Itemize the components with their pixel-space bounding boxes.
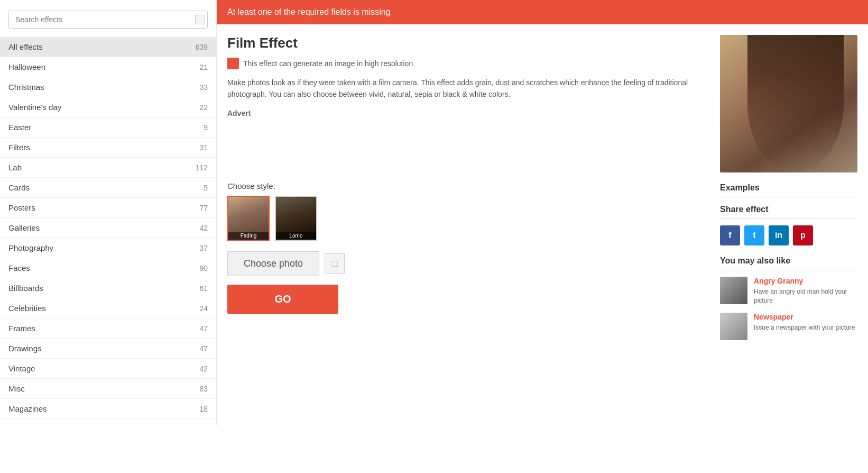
sidebar-items: All effects639Halloween21Christmas33Vale… bbox=[0, 37, 216, 419]
sidebar-item-label: Halloween bbox=[8, 62, 45, 71]
sidebar-item-count: 83 bbox=[199, 385, 208, 393]
sidebar-item-count: 90 bbox=[199, 264, 208, 272]
sidebar-item-misc[interactable]: Misc83 bbox=[0, 379, 216, 399]
share-linkedin-button[interactable]: in bbox=[769, 225, 789, 245]
advert-space bbox=[227, 131, 704, 173]
sidebar-item-lab[interactable]: Lab112 bbox=[0, 158, 216, 178]
sidebar-item-label: Frames bbox=[8, 324, 35, 333]
sidebar-item-label: Christmas bbox=[8, 83, 44, 92]
left-panel: Film Effect This effect can generate an … bbox=[227, 35, 704, 348]
share-buttons: f t in p bbox=[720, 225, 857, 245]
sidebar-item-label: Billboards bbox=[8, 284, 43, 293]
sidebar-item-vintage[interactable]: Vintage42 bbox=[0, 359, 216, 379]
sidebar-item-label: Photography bbox=[8, 243, 53, 252]
sidebar-item-label: Cards bbox=[8, 183, 30, 192]
sidebar-item-christmas[interactable]: Christmas33 bbox=[0, 77, 216, 97]
sidebar-item-drawings[interactable]: Drawings47 bbox=[0, 339, 216, 359]
sidebar-item-count: 24 bbox=[199, 304, 208, 313]
share-facebook-button[interactable]: f bbox=[720, 225, 740, 245]
sidebar-item-label: Lab bbox=[8, 163, 22, 172]
suggestion-thumb bbox=[720, 313, 747, 340]
sidebar-item-count: 42 bbox=[199, 365, 208, 373]
search-icon bbox=[195, 15, 205, 24]
share-label: Share effect bbox=[720, 205, 857, 219]
sidebar-item-label: Celebrities bbox=[8, 304, 46, 313]
suggestion-info: Angry Granny Have an angry old man hold … bbox=[754, 277, 857, 305]
sidebar-item-label: Valentine's day bbox=[8, 103, 61, 112]
choose-photo-button[interactable]: Choose photo bbox=[227, 251, 319, 276]
you-may-also-like-label: You may also like bbox=[720, 256, 857, 270]
choose-photo-row: Choose photo □ bbox=[227, 251, 704, 276]
sidebar-item-count: 22 bbox=[199, 103, 208, 112]
sidebar-item-celebrities[interactable]: Celebrities24 bbox=[0, 298, 216, 319]
sidebar-item-photography[interactable]: Photography37 bbox=[0, 238, 216, 258]
suggestion-desc: Have an angry old man hold your picture bbox=[754, 287, 857, 305]
upload-icon[interactable]: □ bbox=[325, 253, 345, 274]
sidebar-item-count: 47 bbox=[199, 324, 208, 333]
sidebar-item-count: 5 bbox=[204, 184, 208, 192]
sidebar-item-count: 112 bbox=[196, 163, 208, 172]
sidebar-item-count: 639 bbox=[196, 43, 208, 51]
suggestion-title[interactable]: Angry Granny bbox=[754, 277, 857, 285]
sidebar: All effects639Halloween21Christmas33Vale… bbox=[0, 0, 217, 425]
sidebar-item-frames[interactable]: Frames47 bbox=[0, 319, 216, 339]
sidebar-item-label: All effects bbox=[8, 42, 43, 51]
content-area: Film Effect This effect can generate an … bbox=[217, 24, 868, 348]
sidebar-item-easter[interactable]: Easter9 bbox=[0, 117, 216, 138]
sidebar-item-label: Vintage bbox=[8, 364, 35, 373]
sidebar-item-magazines[interactable]: Magazines18 bbox=[0, 399, 216, 419]
suggestion-item: Newspaper Issue a newspaper with your pi… bbox=[720, 313, 857, 340]
effect-description: Make photos look as if they were taken w… bbox=[227, 77, 704, 101]
sidebar-item-count: 31 bbox=[199, 143, 208, 152]
error-text: At least one of the required fields is m… bbox=[227, 7, 391, 16]
sidebar-item-label: Magazines bbox=[8, 404, 47, 413]
sidebar-item-count: 37 bbox=[199, 244, 208, 252]
sidebar-item-count: 42 bbox=[199, 224, 208, 232]
sidebar-item-label: Drawings bbox=[8, 344, 42, 353]
error-banner: At least one of the required fields is m… bbox=[217, 0, 868, 24]
suggestion-title[interactable]: Newspaper bbox=[754, 313, 855, 321]
sidebar-item-label: Misc bbox=[8, 384, 25, 393]
sidebar-item-halloween[interactable]: Halloween21 bbox=[0, 57, 216, 77]
style-thumb-lomo[interactable]: Lomo bbox=[275, 196, 317, 241]
share-pinterest-button[interactable]: p bbox=[793, 225, 813, 245]
suggestion-thumb bbox=[720, 277, 747, 304]
sidebar-item-posters[interactable]: Posters77 bbox=[0, 198, 216, 218]
main-content: At least one of the required fields is m… bbox=[217, 0, 868, 425]
sidebar-item-billboards[interactable]: Billboards61 bbox=[0, 278, 216, 298]
sidebar-item-filters[interactable]: Filters31 bbox=[0, 138, 216, 158]
style-options: Fading Lomo bbox=[227, 196, 704, 241]
sidebar-item-galleries[interactable]: Galleries42 bbox=[0, 218, 216, 238]
sidebar-item-count: 9 bbox=[204, 123, 208, 132]
choose-style-label: Choose style: bbox=[227, 181, 704, 190]
search-box bbox=[8, 11, 208, 29]
sidebar-item-count: 47 bbox=[199, 344, 208, 353]
suggestion-desc: Issue a newspaper with your picture bbox=[754, 323, 855, 332]
sidebar-item-label: Easter bbox=[8, 123, 31, 132]
suggestions-list: Angry Granny Have an angry old man hold … bbox=[720, 277, 857, 340]
sidebar-item-valentine-s-day[interactable]: Valentine's day22 bbox=[0, 97, 216, 117]
sidebar-item-all-effects[interactable]: All effects639 bbox=[0, 37, 216, 57]
hd-text: This effect can generate an image in hig… bbox=[243, 59, 413, 68]
hd-icon bbox=[227, 58, 239, 69]
advert-label: Advert bbox=[227, 109, 704, 122]
suggestion-info: Newspaper Issue a newspaper with your pi… bbox=[754, 313, 855, 332]
sidebar-item-count: 61 bbox=[199, 284, 208, 293]
sidebar-item-count: 77 bbox=[199, 204, 208, 212]
preview-image bbox=[720, 35, 857, 172]
go-button[interactable]: GO bbox=[227, 285, 338, 314]
sidebar-item-cards[interactable]: Cards5 bbox=[0, 178, 216, 198]
sidebar-item-faces[interactable]: Faces90 bbox=[0, 258, 216, 278]
sidebar-item-label: Faces bbox=[8, 263, 30, 272]
sidebar-item-label: Galleries bbox=[8, 223, 40, 232]
share-twitter-button[interactable]: t bbox=[744, 225, 764, 245]
hd-badge: This effect can generate an image in hig… bbox=[227, 58, 704, 69]
sidebar-item-count: 18 bbox=[199, 405, 208, 413]
style-thumb-fading-label: Fading bbox=[228, 232, 269, 240]
search-input[interactable] bbox=[8, 11, 208, 29]
sidebar-item-label: Posters bbox=[8, 203, 35, 212]
examples-label: Examples bbox=[720, 183, 857, 197]
style-thumb-fading[interactable]: Fading bbox=[227, 196, 270, 241]
sidebar-item-label: Filters bbox=[8, 143, 30, 152]
sidebar-item-count: 33 bbox=[199, 83, 208, 92]
